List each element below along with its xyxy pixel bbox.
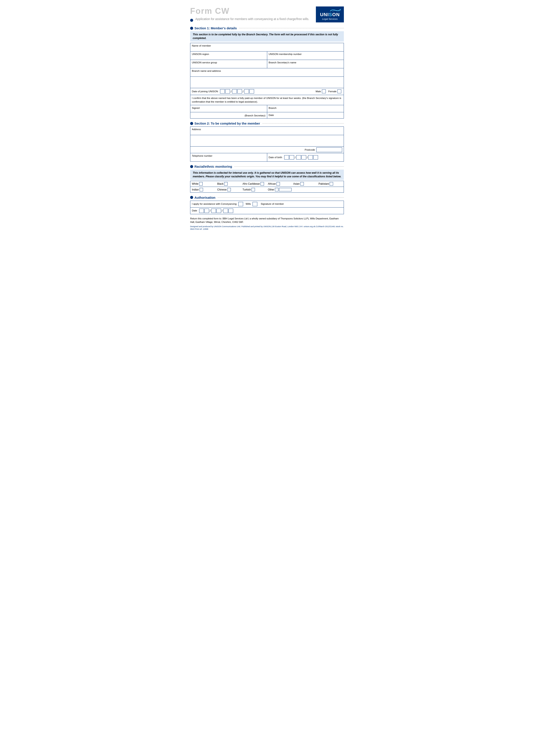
dob-label: Date of birth — [269, 156, 282, 159]
postcode-label: Postcode — [305, 148, 315, 151]
indian-checkbox[interactable] — [200, 188, 203, 191]
service-group-cell: UNISON service group — [191, 60, 267, 68]
auth-month2[interactable] — [216, 209, 221, 213]
date-cell: Date — [267, 112, 344, 118]
address-cell2 — [191, 135, 343, 146]
racial-banner: This information is collected for intern… — [190, 170, 344, 180]
name-label: Name of member — [192, 44, 211, 47]
ethnic-pakistani: Pakistani — [318, 182, 342, 186]
logo-swoosh — [319, 9, 341, 12]
racial-dot — [190, 165, 193, 168]
dob-day2[interactable] — [290, 155, 294, 159]
joining-month1[interactable] — [232, 89, 237, 94]
section1-header: Section 1: Member's details — [190, 26, 344, 30]
auth-day1[interactable] — [199, 209, 204, 213]
dob-month2[interactable] — [301, 155, 306, 159]
joining-day2[interactable] — [225, 89, 230, 94]
black-label: Black — [217, 182, 223, 185]
auth-year2[interactable] — [228, 209, 233, 213]
auth-form: I apply for assistance with Conveyancing… — [190, 201, 344, 214]
female-checkbox[interactable] — [338, 90, 341, 93]
dob-month1[interactable] — [296, 155, 301, 159]
logo-subtitle: Legal Services — [319, 18, 341, 20]
joining-month2[interactable] — [237, 89, 242, 94]
date-label: Date — [269, 114, 274, 116]
racial-header: Racial/ethnic monitoring — [190, 165, 344, 168]
address-label: Address — [192, 128, 201, 131]
membership-cell: UNISON membership number — [267, 51, 344, 60]
auth-month1[interactable] — [211, 209, 216, 213]
african-checkbox[interactable] — [276, 182, 280, 186]
pakistani-checkbox[interactable] — [330, 182, 333, 186]
address-cell1: Address — [191, 127, 343, 135]
chinese-checkbox[interactable] — [227, 188, 231, 191]
gender-row: Male Female — [254, 90, 342, 93]
auth-year1[interactable] — [223, 209, 228, 213]
branch-address-row1: Branch name and address — [191, 68, 343, 77]
black-checkbox[interactable] — [224, 182, 228, 186]
branch-address-row2 — [191, 77, 343, 88]
ethnic-chinese: Chinese — [217, 188, 241, 191]
branch-address-cell2 — [191, 77, 343, 88]
asian-checkbox[interactable] — [300, 182, 304, 186]
postcode-input[interactable] — [316, 148, 342, 152]
dob-year1[interactable] — [308, 155, 313, 159]
branch-label: Branch — [269, 107, 276, 109]
pakistani-label: Pakistani — [318, 182, 329, 185]
auth-date-row: Date / / — [191, 207, 343, 214]
form-title: Form CW — [190, 7, 309, 16]
dob-year2[interactable] — [313, 155, 318, 159]
chinese-label: Chinese — [217, 188, 227, 191]
joining-day1[interactable] — [220, 89, 225, 94]
afro-caribbean-checkbox[interactable] — [261, 182, 264, 186]
section1-dot — [190, 27, 193, 30]
other-text-input[interactable] — [279, 188, 292, 191]
ethnic-afro-caribbean: Afro Caribbean — [242, 182, 266, 186]
wills-checkbox[interactable] — [253, 202, 257, 206]
region-label: UNISON region — [192, 53, 209, 56]
footer-small: Designed and produced by UNISON Communic… — [190, 225, 344, 230]
ethnic-turkish: Turkish — [242, 188, 266, 191]
african-label: African — [268, 182, 276, 185]
female-label: Female — [328, 90, 337, 93]
white-label: White — [192, 182, 198, 185]
dob-cell: Date of birth / / — [267, 153, 344, 161]
male-checkbox[interactable] — [322, 90, 326, 93]
joining-year2[interactable] — [249, 89, 254, 94]
telephone-cell: Telephone number — [191, 153, 267, 161]
turkish-checkbox[interactable] — [251, 188, 255, 191]
section2-form: Address Postcode Telephone number Date o… — [190, 126, 344, 162]
header-left: Form CW Application for assistance for m… — [190, 7, 309, 22]
ethnic-indian: Indian — [192, 188, 216, 191]
footer-text: Return this completed form to: BBH Legal… — [190, 217, 344, 224]
conveyancing-checkbox[interactable] — [238, 202, 243, 206]
name-row: Name of member — [191, 43, 343, 51]
bs-date-row: (Branch Secretary) Date — [191, 112, 343, 118]
racial-form: White Black Afro Caribbean African Asian… — [190, 181, 344, 193]
postcode-row: Postcode — [191, 147, 343, 153]
ethnic-black: Black — [217, 182, 241, 186]
branch-secretary-cell: Branch Secretary's name — [267, 60, 344, 68]
dob-day1[interactable] — [284, 155, 289, 159]
page-header: Form CW Application for assistance for m… — [190, 7, 344, 22]
ethnic-african: African — [268, 182, 292, 186]
joining-label: Date of joining UNISON — [192, 90, 218, 93]
ethnic-asian: Asian — [293, 182, 317, 186]
tel-dob-row: Telephone number Date of birth / / — [191, 153, 343, 161]
section2-header: Section 2: To be completed by the member — [190, 122, 344, 125]
white-checkbox[interactable] — [199, 182, 203, 186]
auth-title: Authorisation — [194, 196, 217, 199]
section1-banner: This section is to be completed fully by… — [190, 31, 344, 41]
other-checkbox[interactable] — [275, 188, 278, 191]
service-secretary-row: UNISON service group Branch Secretary's … — [191, 60, 343, 68]
membership-label: UNISON membership number — [269, 53, 302, 56]
racial-title: Racial/ethnic monitoring — [194, 165, 233, 168]
dob-date-boxes: / / — [284, 155, 318, 159]
auth-day2[interactable] — [204, 209, 209, 213]
branch-address-cell1: Branch name and address — [191, 68, 343, 76]
indian-label: Indian — [192, 188, 199, 191]
auth-main-row: I apply for assistance with Conveyancing… — [191, 201, 343, 207]
auth-header: Authorisation — [190, 196, 344, 199]
section2-dot — [190, 122, 193, 125]
joining-year1[interactable] — [244, 89, 249, 94]
